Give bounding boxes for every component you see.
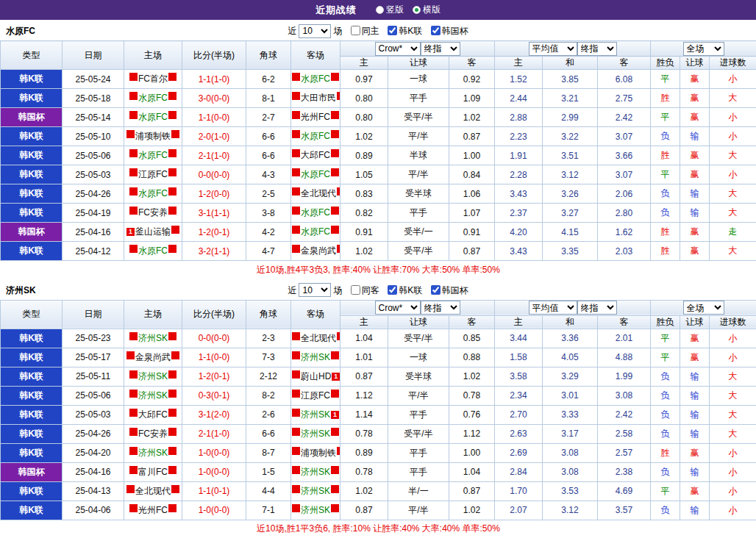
scope-select[interactable]: 全场 — [683, 301, 724, 315]
asia-away-odds: 1.02 — [449, 367, 495, 386]
same-venue-filter[interactable]: 同客 — [351, 285, 379, 295]
col-date: 日期 — [63, 41, 124, 70]
corner-cell: 6-6 — [246, 127, 291, 146]
kleague-checkbox[interactable] — [388, 285, 397, 295]
match-date: 25-05-11 — [63, 367, 124, 386]
red-card-badge — [292, 207, 300, 215]
layout-radio-horizontal[interactable]: 横版 — [413, 4, 441, 16]
score-cell: 3-1(1-1) — [182, 204, 246, 223]
euro-average-select[interactable]: 平均值 — [529, 42, 577, 56]
cup-checkbox[interactable] — [431, 26, 441, 35]
euro-average-select[interactable]: 平均值 — [529, 301, 577, 315]
col-score: 比分(半场) — [182, 300, 246, 329]
same-venue-label: 同客 — [362, 285, 379, 295]
goals-result-cell: 大 — [710, 424, 756, 443]
euro-draw-odds: 3.12 — [543, 165, 598, 184]
red-card-badge — [168, 447, 176, 455]
handicap-result-cell: 输 — [680, 424, 710, 443]
result-cell: 平 — [651, 481, 680, 501]
away-team-cell: 济州SK — [291, 501, 340, 520]
asia-home-odds: 0.80 — [340, 89, 388, 108]
euro-draw-odds: 3.53 — [543, 481, 598, 501]
score-cell: 0-3(0-1) — [182, 386, 246, 405]
handicap-result-cell: 赢 — [680, 481, 710, 501]
red-card-badge — [331, 351, 339, 359]
games-suffix-label: 场 — [333, 285, 342, 295]
kleague-filter[interactable]: 韩K联 — [388, 26, 422, 36]
kleague-checkbox[interactable] — [388, 26, 397, 35]
handicap-line: 平手 — [388, 462, 449, 481]
match-date: 25-04-12 — [63, 242, 124, 261]
league-badge: 韩K联 — [1, 70, 63, 89]
home-team-cell: 水原FC — [124, 146, 182, 165]
handicap-line: 受平/半 — [388, 108, 449, 127]
asia-away-odds: 0.85 — [449, 329, 495, 348]
home-team-name: 济州SK — [138, 390, 168, 401]
corner-cell: 6-6 — [246, 146, 291, 165]
recent-count-select[interactable]: 10 — [299, 24, 331, 38]
red-card-badge — [331, 504, 339, 512]
col-euro-draw: 和 — [543, 57, 598, 70]
match-row: 韩国杯 25-05-14 水原FC 1-1(0-0) 2-7 光州FC 0.80… — [1, 108, 756, 127]
asia-final-select[interactable]: 终指 — [421, 301, 460, 315]
handicap-line: 一球 — [388, 348, 449, 367]
euro-draw-odds: 3.21 — [543, 89, 598, 108]
col-asia-home: 主 — [340, 57, 388, 70]
same-venue-filter[interactable]: 同主 — [351, 26, 379, 36]
col-euro-draw: 和 — [543, 315, 598, 329]
red-card-badge — [331, 73, 339, 81]
match-date: 25-05-24 — [63, 70, 124, 89]
handicap-result-cell: 输 — [680, 501, 710, 520]
match-date: 25-04-16 — [63, 223, 124, 242]
home-team-name: 光州FC — [138, 505, 168, 515]
topbar: 近期战绩 竖版 横版 — [0, 0, 756, 20]
away-team-cell: 济州SK — [291, 481, 340, 501]
asia-away-odds: 1.12 — [449, 424, 495, 443]
asia-away-odds: 1.02 — [449, 501, 495, 520]
radio-unselected-icon[interactable] — [376, 6, 384, 14]
red-card-badge — [129, 245, 138, 253]
home-team-name: FC安养 — [138, 207, 168, 218]
goals-result-cell: 小 — [710, 108, 756, 127]
red-card-badge — [129, 370, 138, 379]
col-away: 客场 — [291, 300, 340, 329]
home-team-cell: 水原FC — [124, 242, 182, 261]
red-card-badge — [129, 466, 138, 474]
match-date: 25-05-03 — [63, 165, 124, 184]
euro-away-odds: 2.01 — [598, 329, 651, 348]
asia-final-select[interactable]: 终指 — [421, 42, 460, 56]
result-cell: 平 — [651, 70, 680, 89]
goals-result-cell: 大 — [710, 367, 756, 386]
cup-checkbox[interactable] — [431, 285, 441, 295]
recent-count-select[interactable]: 10 — [299, 283, 331, 297]
red-card-badge — [292, 73, 300, 81]
cup-filter[interactable]: 韩国杯 — [431, 26, 468, 36]
corner-cell: 8-1 — [246, 89, 291, 108]
euro-final-select[interactable]: 终指 — [577, 42, 617, 56]
score-cell: 1-1(0-0) — [182, 108, 246, 127]
same-venue-checkbox[interactable] — [351, 285, 360, 295]
cup-label: 韩国杯 — [442, 26, 468, 36]
away-team-name: 济州SK — [301, 467, 330, 477]
league-badge: 韩K联 — [1, 184, 63, 204]
layout-radio-vertical[interactable]: 竖版 — [376, 4, 404, 16]
euro-home-odds: 3.44 — [495, 329, 543, 348]
away-team-cell: 浦项制铁 — [291, 443, 340, 462]
radio-selected-icon[interactable] — [413, 6, 421, 14]
cup-filter[interactable]: 韩国杯 — [431, 285, 468, 295]
kleague-filter[interactable]: 韩K联 — [388, 285, 422, 295]
goals-result-cell: 大 — [710, 204, 756, 223]
score-cell: 3-0(0-0) — [182, 89, 246, 108]
red-card-badge — [171, 485, 179, 493]
match-row: 韩K联 25-04-26 水原FC 1-2(0-0) 2-5 全北现代 0.83… — [1, 184, 756, 204]
scope-select[interactable]: 全场 — [683, 42, 724, 56]
match-date: 25-05-23 — [63, 329, 124, 348]
euro-final-select[interactable]: 终指 — [577, 301, 617, 315]
same-venue-checkbox[interactable] — [351, 26, 360, 35]
euro-away-odds: 2.38 — [598, 462, 651, 481]
bookmaker-select[interactable]: Crow* — [375, 42, 421, 56]
bookmaker-select[interactable]: Crow* — [375, 301, 421, 315]
red-card-badge — [168, 207, 176, 215]
kleague-label: 韩K联 — [399, 26, 422, 36]
handicap-line: 一球 — [388, 70, 449, 89]
